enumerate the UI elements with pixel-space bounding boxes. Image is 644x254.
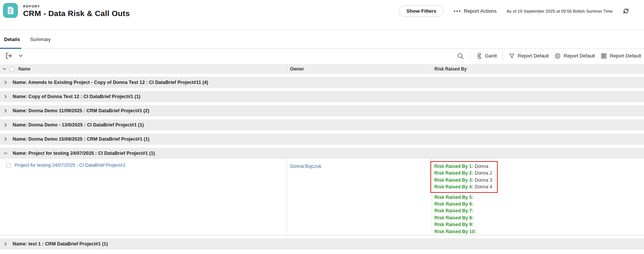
group-row[interactable]: Name: Amends to Existing Project - Copy … [0,77,644,88]
gantt-button[interactable]: Gantt [476,53,497,59]
risk-raised-by-line: Risk Raised By 2: Donna 2 [434,170,492,176]
view-default-label: Report Default [564,53,595,59]
column-header-risk-raised-by[interactable]: Risk Raised By [434,66,467,72]
tab-details[interactable]: Details [4,37,20,42]
more-dots-icon [454,10,460,12]
risk-label: Risk Raised By 2: [434,170,474,176]
chevron-down-icon[interactable] [3,151,8,156]
grid-icon [600,53,607,59]
export-options-chevron-icon[interactable] [18,53,23,58]
hierarchy-icon [476,53,482,59]
group-label: Name: Project for testing 24/07/2025 : C… [13,151,155,156]
chevron-right-icon[interactable] [3,94,8,99]
chevron-right-icon[interactable] [3,80,8,85]
show-filters-button[interactable]: Show Filters [399,5,444,17]
table-header: Name Owner Risk Raised By [0,64,644,74]
name-cell: Project for testing 24/07/2025 : CI Data… [0,159,287,235]
risk-value: Donna [473,164,488,169]
risk-label: Risk Raised By 3: [434,178,474,183]
risk-label: Risk Raised By 5: [434,195,474,200]
filter-default-label: Report Default [518,53,549,59]
risk-raised-by-line: Risk Raised By 7: [434,207,644,214]
report-header: REPORT CRM - Data Risk & Call Outs Show … [0,0,644,30]
group-label: Name: Copy of Donna Test 12 : CI DataBri… [13,94,140,99]
view-default-button[interactable]: Report Default [554,53,595,59]
filter-default-button[interactable]: Report Default [508,53,549,59]
table-body: Name: Amends to Existing Project - Copy … [0,77,644,250]
tab-summary[interactable]: Summary [30,37,51,42]
annotation-box-red: Risk Raised By 1: DonnaRisk Raised By 2:… [430,161,498,193]
risk-label: Risk Raised By 8: [434,215,474,220]
report-tabs: Details Summary [0,30,644,49]
export-icon[interactable] [5,52,13,60]
project-link[interactable]: Project for testing 24/07/2025 : CI Data… [15,163,125,168]
group-row[interactable]: Name: Donna Demo 15/08/2025 : CRM DataBr… [0,134,644,145]
active-tab-underline [0,48,21,49]
search-icon[interactable] [457,52,464,60]
risk-value: Donna 4 [473,184,492,189]
collapse-all-chevron-icon[interactable] [2,67,7,71]
owner-link[interactable]: Donna Bojczuk [290,164,321,169]
risk-label: Risk Raised By 9: [434,222,474,227]
risk-label: Risk Raised By 6: [434,201,474,207]
toolbar-divider [503,52,503,60]
risk-raised-by-line: Risk Raised By 1: Donna [434,163,492,170]
column-divider [432,64,432,74]
column-divider [287,64,287,74]
chevron-right-icon[interactable] [3,109,8,113]
toolbar-divider [470,52,470,60]
group-label: Name: Amends to Existing Project - Copy … [13,80,208,85]
refresh-icon[interactable] [623,8,629,14]
grouping-default-button[interactable]: Report Default [600,53,641,59]
group-row[interactable]: Name: Copy of Donna Test 12 : CI DataBri… [0,91,644,102]
risk-raised-by-line: Risk Raised By 10: [434,228,644,235]
report-actions-button[interactable]: Report Actions [454,8,497,14]
view-circle-icon [554,53,561,59]
as-of-timestamp: As of 19 September 2025 at 09:56 British… [507,9,613,13]
list-toolbar: Gantt Report Default Report Default [0,49,644,63]
chevron-right-icon[interactable] [3,123,8,127]
risk-value: Donna 2 [473,170,492,176]
select-all-checkbox[interactable] [10,67,15,72]
report-actions-label: Report Actions [464,8,497,14]
risk-raised-by-line: Risk Raised By 9: [434,221,644,228]
risk-label: Risk Raised By 4: [434,184,474,189]
risk-raised-by-line: Risk Raised By 5: [434,194,644,201]
group-row[interactable]: Name: Donna Demo 11/09/2025 : CRM DataBr… [0,105,644,116]
chevron-right-icon[interactable] [3,242,8,246]
group-label: Name: Donna Demo - 13/0/2025 : CI DataBr… [13,122,144,128]
column-header-owner[interactable]: Owner [290,66,304,72]
risk-label: Risk Raised By 10: [434,229,476,234]
grouping-default-label: Report Default [610,53,641,59]
report-kind-label: REPORT [23,4,130,8]
group-row[interactable]: Name: Project for testing 24/07/2025 : C… [0,148,644,159]
group-label: Name: test 1 : CRM DataBrief Project#1 (… [13,241,108,247]
column-header-name[interactable]: Name [18,66,31,72]
group-row[interactable]: Name: test 1 : CRM DataBrief Project#1 (… [0,238,644,250]
risk-raised-by-line: Risk Raised By 4: Donna 4 [434,184,492,190]
risk-raised-by-line: Risk Raised By 8: [434,214,644,221]
group-label: Name: Donna Demo 11/09/2025 : CRM DataBr… [13,108,149,113]
owner-cell: Donna Bojczuk [287,159,432,235]
group-row[interactable]: Name: Donna Demo - 13/0/2025 : CI DataBr… [0,119,644,131]
group-label: Name: Donna Demo 15/08/2025 : CRM DataBr… [13,137,150,142]
risk-label: Risk Raised By 7: [434,208,474,213]
report-document-icon [3,3,18,18]
page-title: CRM - Data Risk & Call Outs [23,9,130,18]
risk-raised-by-line: Risk Raised By 6: [434,201,644,207]
funnel-icon [508,53,515,59]
row-checkbox[interactable] [6,163,11,168]
risk-raised-by-cell: Risk Raised By 1: DonnaRisk Raised By 2:… [432,159,644,235]
expanded-group-details: Project for testing 24/07/2025 : CI Data… [0,159,644,235]
gantt-label: Gantt [485,53,497,59]
chevron-right-icon[interactable] [3,137,8,141]
risk-label: Risk Raised By 1: [434,164,474,169]
risk-value: Donna 3 [473,178,492,183]
risk-raised-by-line: Risk Raised By 3: Donna 3 [434,177,492,184]
